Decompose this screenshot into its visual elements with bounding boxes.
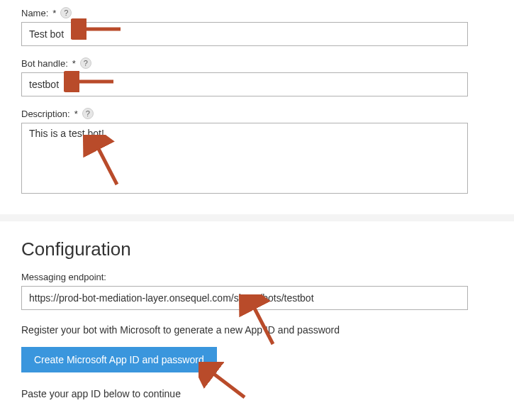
help-description-icon[interactable]: ?	[82, 108, 94, 119]
endpoint-input[interactable]	[21, 286, 468, 310]
required-asterisk: *	[74, 109, 78, 119]
help-handle-icon[interactable]: ?	[80, 57, 91, 69]
required-asterisk: *	[52, 8, 56, 18]
description-textarea[interactable]	[21, 123, 468, 194]
endpoint-field-block: Messaging endpoint:	[21, 272, 493, 310]
description-label-row: Description: * ?	[21, 108, 493, 119]
description-field-block: Description: * ?	[21, 108, 493, 196]
handle-input[interactable]	[21, 72, 468, 96]
handle-label-row: Bot handle: * ?	[21, 57, 493, 69]
register-info-text: Register your bot with Microsoft to gene…	[21, 324, 493, 336]
required-asterisk: *	[72, 58, 76, 69]
handle-label: Bot handle:	[21, 58, 68, 69]
name-field-block: Name: * ?	[21, 7, 493, 46]
description-label: Description:	[21, 109, 70, 119]
help-name-icon[interactable]: ?	[60, 7, 72, 18]
create-app-id-button[interactable]: Create Microsoft App ID and password	[21, 347, 217, 372]
endpoint-label: Messaging endpoint:	[21, 272, 493, 282]
handle-field-block: Bot handle: * ?	[21, 57, 493, 96]
configuration-heading: Configuration	[21, 238, 493, 260]
name-label: Name:	[21, 8, 48, 18]
name-input[interactable]	[21, 22, 468, 46]
name-label-row: Name: * ?	[21, 7, 493, 18]
paste-id-text: Paste your app ID below to continue	[21, 388, 493, 399]
